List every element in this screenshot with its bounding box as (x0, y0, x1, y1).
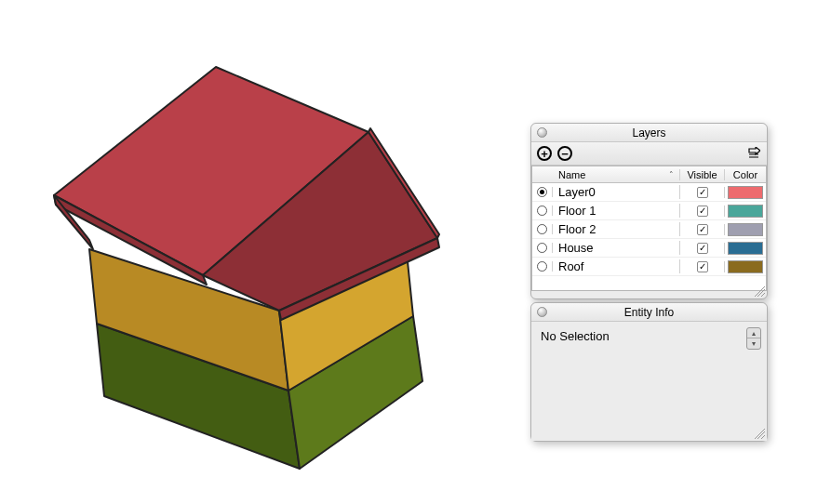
remove-layer-button[interactable]: − (557, 146, 572, 161)
layer-name-label[interactable]: Floor 2 (553, 222, 680, 236)
viewport[interactable] (0, 0, 521, 504)
sort-caret-icon[interactable]: ˄ (669, 170, 674, 179)
stepper-down-icon[interactable]: ▾ (747, 338, 760, 349)
col-name-label: Name (558, 169, 585, 180)
visible-checkbox[interactable]: ✓ (697, 187, 708, 198)
house-model (0, 0, 521, 504)
layer-options-button[interactable] (746, 146, 761, 161)
layer-name-label[interactable]: House (553, 241, 680, 255)
visible-checkbox[interactable]: ✓ (697, 261, 708, 272)
layer-row[interactable]: Roof✓ (532, 258, 766, 276)
active-layer-radio[interactable] (537, 224, 547, 234)
entity-stepper[interactable]: ▴ ▾ (746, 327, 761, 350)
layer-color-swatch[interactable] (728, 223, 763, 236)
layer-row[interactable]: Layer0✓ (532, 183, 766, 202)
stepper-up-icon[interactable]: ▴ (747, 328, 760, 338)
layers-table: Name ˄ Visible Color Layer0✓Floor 1✓Floo… (531, 166, 767, 291)
layers-table-header[interactable]: Name ˄ Visible Color (532, 166, 766, 183)
layer-color-swatch[interactable] (728, 186, 763, 199)
visible-checkbox[interactable]: ✓ (697, 206, 708, 217)
layer-name-label[interactable]: Floor 1 (553, 204, 680, 218)
resize-grip-icon[interactable] (754, 285, 765, 297)
layers-panel: Layers + − Name ˄ Visible Color Layer0✓F… (530, 123, 768, 299)
active-layer-radio[interactable] (537, 187, 547, 197)
layer-color-swatch[interactable] (728, 260, 763, 273)
active-layer-radio[interactable] (537, 206, 547, 216)
col-visible-label: Visible (680, 169, 725, 180)
active-layer-radio[interactable] (537, 243, 547, 253)
layers-toolbar: + − (531, 142, 767, 166)
entity-panel-title[interactable]: Entity Info (531, 303, 767, 322)
layers-panel-title[interactable]: Layers (531, 124, 767, 142)
layer-row[interactable]: Floor 1✓ (532, 202, 766, 220)
entity-title-label: Entity Info (624, 306, 674, 319)
active-layer-radio[interactable] (537, 261, 547, 272)
layer-row[interactable]: House✓ (532, 239, 766, 258)
layer-name-label[interactable]: Layer0 (553, 185, 680, 199)
layer-row[interactable]: Floor 2✓ (532, 220, 766, 239)
entity-panel-body: No Selection ▴ ▾ (531, 322, 767, 441)
layer-color-swatch[interactable] (728, 205, 763, 218)
add-layer-button[interactable]: + (537, 146, 552, 161)
visible-checkbox[interactable]: ✓ (697, 243, 708, 254)
layers-title-label: Layers (632, 126, 665, 139)
window-gem-icon[interactable] (537, 127, 547, 138)
visible-checkbox[interactable]: ✓ (697, 224, 708, 235)
layer-name-label[interactable]: Roof (553, 259, 680, 273)
window-gem-icon[interactable] (537, 307, 547, 317)
resize-grip-icon[interactable] (754, 428, 765, 439)
col-color-label: Color (725, 169, 766, 180)
layer-color-swatch[interactable] (728, 242, 763, 255)
entity-status-label: No Selection (541, 329, 610, 343)
entity-info-panel: Entity Info No Selection ▴ ▾ (530, 302, 768, 442)
